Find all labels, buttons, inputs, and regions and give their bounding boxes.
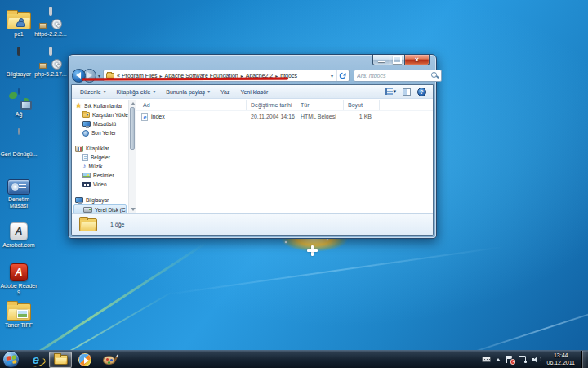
command-toolbar: Düzenle▾ Kitaplığa ekle▾ Bununla paylaş▾… bbox=[72, 85, 433, 99]
explorer-window: × ▾ « Program Files ▸ Apache Software Fo… bbox=[68, 54, 437, 239]
folder-content: ★ Sık Kullanılanlar Karşıdan Yüklem Masa… bbox=[72, 100, 433, 213]
shared-folder-icon bbox=[7, 12, 31, 29]
taskbar-media-player-button[interactable] bbox=[74, 352, 96, 368]
navigation-pane: ★ Sık Kullanılanlar Karşıdan Yüklem Masa… bbox=[72, 100, 128, 213]
desktop-icon-adobe-reader[interactable]: Adobe Reader 9 bbox=[0, 258, 38, 296]
scroll-up-icon[interactable] bbox=[131, 102, 136, 105]
sidebar-item-music[interactable]: ♪ Müzik bbox=[74, 162, 128, 171]
explorer-folder-icon bbox=[54, 355, 68, 365]
wallpaper-sparkle bbox=[285, 241, 287, 243]
refresh-button[interactable] bbox=[336, 70, 347, 81]
start-button[interactable] bbox=[2, 351, 20, 368]
desktop-icon bbox=[82, 121, 91, 127]
adobe-reader-icon bbox=[10, 263, 28, 281]
file-row-index[interactable]: index 20.11.2004 14:16 HTML Belgesi 1 KB bbox=[136, 111, 433, 122]
volume-icon[interactable] bbox=[532, 356, 541, 364]
image-folder-icon bbox=[7, 303, 31, 321]
desktop-icon-httpd-installer[interactable]: httpd-2.2.2... bbox=[32, 7, 69, 38]
html-file-icon bbox=[141, 113, 148, 121]
desktop-icon-network[interactable]: Ağ bbox=[0, 87, 38, 118]
language-keyboard-icon[interactable] bbox=[482, 357, 491, 362]
views-icon bbox=[385, 88, 393, 95]
control-panel-icon bbox=[7, 179, 30, 195]
sidebar-group-favorites[interactable]: ★ Sık Kullanılanlar bbox=[74, 101, 128, 110]
back-arrow-icon bbox=[76, 72, 81, 79]
dropdown-caret-icon: ▾ bbox=[207, 89, 210, 94]
sidebar-item-pictures[interactable]: Resimler bbox=[74, 171, 128, 180]
item-count-label: 1 öğe bbox=[110, 222, 125, 227]
search-icon[interactable] bbox=[431, 72, 439, 79]
network-status-icon[interactable] bbox=[519, 356, 527, 363]
alert-badge-icon bbox=[510, 359, 516, 365]
computer-icon bbox=[7, 48, 30, 70]
sidebar-item-desktop[interactable]: Masaüstü bbox=[74, 119, 128, 128]
documents-icon bbox=[82, 154, 88, 161]
sidebar-group-libraries[interactable]: Kitaplıklar bbox=[74, 144, 128, 153]
column-header-name[interactable]: Ad bbox=[136, 100, 247, 110]
help-button[interactable]: ? bbox=[417, 88, 426, 96]
file-list: Ad Değiştirme tarihi Tür Boyut index 20.… bbox=[136, 100, 433, 213]
column-header-size[interactable]: Boyut bbox=[344, 100, 380, 110]
add-to-library-button[interactable]: Kitaplığa ekle▾ bbox=[116, 89, 155, 95]
system-tray: 13:44 06.12.2011 bbox=[482, 351, 588, 368]
maximize-button[interactable] bbox=[390, 55, 405, 65]
refresh-icon bbox=[339, 72, 346, 79]
music-note-icon: ♪ bbox=[82, 163, 87, 170]
taskbar-internet-explorer-button[interactable]: e bbox=[24, 352, 47, 368]
pictures-icon bbox=[82, 173, 91, 178]
taskbar-explorer-button[interactable] bbox=[49, 352, 72, 368]
taskbar-paint-button[interactable] bbox=[98, 352, 121, 368]
close-button[interactable]: × bbox=[405, 55, 430, 65]
sidebar-item-documents[interactable]: Belgeler bbox=[74, 153, 128, 162]
wallpaper-sparkle bbox=[327, 239, 328, 240]
sidebar-item-recent-places[interactable]: Son Yerler bbox=[74, 128, 128, 137]
mouse-cursor bbox=[307, 245, 318, 256]
desktop-icon-php-installer[interactable]: php-5.2.17... bbox=[32, 47, 69, 78]
taskbar-clock[interactable]: 13:44 06.12.2011 bbox=[546, 352, 575, 366]
new-folder-button[interactable]: Yeni klasör bbox=[240, 89, 268, 95]
column-header-date-modified[interactable]: Değiştirme tarihi bbox=[247, 100, 296, 110]
burn-button[interactable]: Yaz bbox=[220, 89, 230, 95]
dropdown-caret-icon: ▾ bbox=[153, 89, 155, 94]
taskbar: e 13:44 06.12.2011 bbox=[0, 350, 588, 368]
computer-icon bbox=[75, 197, 83, 203]
show-hidden-icons-button[interactable] bbox=[496, 358, 501, 361]
show-desktop-button[interactable] bbox=[581, 351, 588, 368]
installer-icon bbox=[39, 48, 62, 70]
window-client-area: Düzenle▾ Kitaplığa ekle▾ Bununla paylaş▾… bbox=[71, 84, 434, 236]
search-box[interactable] bbox=[354, 70, 442, 82]
media-player-icon bbox=[78, 353, 91, 366]
libraries-icon bbox=[75, 146, 83, 152]
scrollbar-thumb[interactable] bbox=[130, 107, 135, 150]
video-icon bbox=[82, 182, 91, 187]
views-button[interactable]: ▾ bbox=[385, 88, 396, 95]
clock-date: 06.12.2011 bbox=[546, 360, 575, 367]
favorites-star-icon: ★ bbox=[75, 102, 82, 110]
desktop-icon-control-panel[interactable]: Denetim Masası bbox=[0, 172, 38, 209]
recent-places-icon bbox=[82, 130, 89, 137]
folder-icon bbox=[79, 218, 97, 231]
downloads-folder-icon bbox=[82, 112, 90, 118]
sidebar-scrollbar[interactable] bbox=[128, 100, 136, 213]
windows-logo-icon bbox=[6, 355, 16, 365]
sidebar-item-downloads[interactable]: Karşıdan Yüklem bbox=[74, 110, 128, 119]
share-with-button[interactable]: Bununla paylaş▾ bbox=[166, 89, 210, 95]
desktop-icon-taner-tiff[interactable]: Taner TIFF bbox=[0, 298, 38, 329]
sidebar-item-local-disk-c[interactable]: Yerel Disk (C:) bbox=[74, 204, 127, 213]
sidebar-item-video[interactable]: Video bbox=[74, 180, 128, 189]
navigation-bar: ▾ « Program Files ▸ Apache Software Foun… bbox=[72, 67, 433, 83]
address-dropdown-icon[interactable]: ▾ bbox=[331, 73, 333, 79]
organize-button[interactable]: Düzenle▾ bbox=[80, 89, 105, 95]
desktop-icon-acrobat[interactable]: Acrobat.com bbox=[0, 218, 38, 249]
acrobat-icon bbox=[10, 222, 28, 240]
search-input[interactable] bbox=[357, 73, 431, 79]
installer-icon bbox=[39, 8, 62, 29]
sidebar-group-computer[interactable]: Bilgisayar bbox=[74, 195, 128, 204]
scroll-down-icon[interactable] bbox=[131, 208, 136, 211]
preview-pane-button[interactable] bbox=[403, 88, 411, 96]
details-pane: 1 öğe bbox=[72, 213, 433, 235]
action-center-flag-icon[interactable] bbox=[506, 356, 514, 364]
column-header-type[interactable]: Tür bbox=[296, 100, 344, 110]
desktop-icon-recycle-bin[interactable]: Geri Dönüşü... bbox=[0, 127, 38, 158]
minimize-button[interactable] bbox=[372, 55, 390, 65]
